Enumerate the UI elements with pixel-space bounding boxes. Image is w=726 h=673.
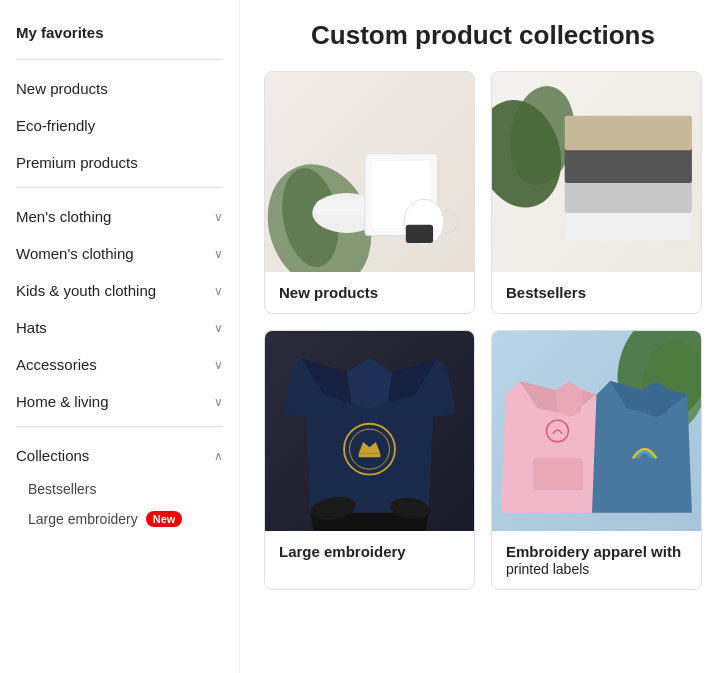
chevron-down-icon: ∨ [214, 395, 223, 409]
my-favorites-link[interactable]: My favorites [0, 16, 239, 53]
sidebar-sub-item-large-embroidery[interactable]: Large embroidery New [0, 504, 239, 534]
svg-rect-10 [565, 208, 692, 240]
svg-rect-21 [533, 458, 583, 490]
card-embroidery-apparel[interactable]: Embroidery apparel with printed labels [491, 330, 702, 590]
card-large-embroidery[interactable]: Large embroidery [264, 330, 475, 590]
chevron-up-icon: ∧ [214, 449, 223, 463]
card-image-large-embroidery [265, 331, 474, 531]
card-label-bestsellers: Bestsellers [492, 272, 701, 313]
chevron-down-icon: ∨ [214, 247, 223, 261]
sidebar-divider-1 [16, 59, 223, 60]
svg-rect-13 [565, 116, 692, 151]
svg-rect-11 [565, 179, 692, 213]
page-title: Custom product collections [264, 20, 702, 51]
sidebar-item-hats[interactable]: Hats ∨ [0, 309, 239, 346]
chevron-down-icon: ∨ [214, 321, 223, 335]
chevron-down-icon: ∨ [214, 284, 223, 298]
card-label-embroidery-apparel: Embroidery apparel with printed labels [492, 531, 701, 589]
svg-rect-16 [359, 454, 381, 458]
sidebar-item-new-products[interactable]: New products [0, 70, 239, 107]
sidebar-item-accessories[interactable]: Accessories ∨ [0, 346, 239, 383]
product-grid: New products [264, 71, 702, 590]
sidebar: My favorites New products Eco-friendly P… [0, 0, 240, 673]
svg-rect-12 [565, 147, 692, 183]
chevron-down-icon: ∨ [214, 210, 223, 224]
card-label-new-products: New products [265, 272, 474, 313]
sidebar-divider-2 [16, 187, 223, 188]
sidebar-item-womens-clothing[interactable]: Women's clothing ∨ [0, 235, 239, 272]
new-badge: New [146, 511, 183, 527]
sidebar-divider-3 [16, 426, 223, 427]
main-content: Custom product collections [240, 0, 726, 673]
sidebar-item-eco-friendly[interactable]: Eco-friendly [0, 107, 239, 144]
svg-rect-23 [637, 458, 652, 462]
card-bestsellers[interactable]: Bestsellers [491, 71, 702, 314]
chevron-down-icon: ∨ [214, 358, 223, 372]
card-image-embroidery-apparel [492, 331, 701, 531]
sidebar-item-premium-products[interactable]: Premium products [0, 144, 239, 181]
card-new-products[interactable]: New products [264, 71, 475, 314]
svg-rect-7 [406, 225, 433, 243]
card-label-large-embroidery: Large embroidery [265, 531, 474, 572]
card-image-new-products [265, 72, 474, 272]
sidebar-sub-item-bestsellers[interactable]: Bestsellers [0, 474, 239, 504]
sidebar-item-kids-clothing[interactable]: Kids & youth clothing ∨ [0, 272, 239, 309]
sidebar-item-collections[interactable]: Collections ∧ [0, 437, 239, 474]
sidebar-item-mens-clothing[interactable]: Men's clothing ∨ [0, 198, 239, 235]
card-image-bestsellers [492, 72, 701, 272]
sidebar-item-home-living[interactable]: Home & living ∨ [0, 383, 239, 420]
